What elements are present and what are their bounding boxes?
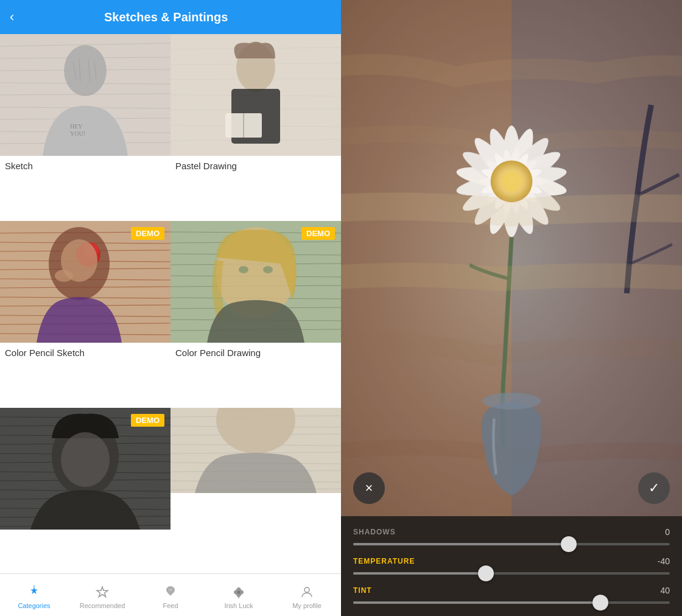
preview-image bbox=[341, 0, 682, 516]
left-panel: ‹ Sketches & Paintings bbox=[0, 0, 341, 616]
tab-categories[interactable]: Categories bbox=[0, 574, 68, 616]
controls-area: SHADOWS 0 TEMPERATURE -40 TINT 40 bbox=[341, 516, 682, 616]
svg-point-76 bbox=[61, 432, 110, 487]
page-title: Sketches & Paintings bbox=[21, 10, 311, 24]
shadows-value: 0 bbox=[665, 527, 670, 537]
shadows-slider-row: SHADOWS 0 bbox=[353, 527, 670, 545]
temperature-track[interactable] bbox=[353, 572, 670, 575]
svg-point-46 bbox=[55, 270, 73, 282]
filter-card-pencil-bottom[interactable] bbox=[170, 408, 341, 573]
svg-point-137 bbox=[501, 171, 522, 192]
tab-categories-label: Categories bbox=[18, 602, 50, 609]
back-button[interactable]: ‹ bbox=[10, 10, 14, 24]
svg-point-59 bbox=[239, 266, 248, 273]
temperature-slider-row: TEMPERATURE -40 bbox=[353, 556, 670, 575]
filter-grid: HEY YOU! Sketch bbox=[0, 34, 341, 573]
tab-my-profile[interactable]: My profile bbox=[273, 574, 341, 616]
temperature-value: -40 bbox=[658, 556, 670, 566]
tint-slider-row: TINT 40 bbox=[353, 586, 670, 604]
tint-value: 40 bbox=[660, 586, 670, 595]
svg-point-88 bbox=[33, 585, 35, 587]
page-header: ‹ Sketches & Paintings bbox=[0, 0, 341, 34]
svg-point-60 bbox=[263, 266, 273, 273]
tab-my-profile-label: My profile bbox=[292, 602, 322, 609]
filter-card-color-pencil-sketch[interactable]: DEMO bbox=[0, 221, 170, 408]
sketch-label: Sketch bbox=[0, 156, 170, 177]
svg-point-89 bbox=[169, 589, 172, 591]
tab-irish-luck-label: Irish Luck bbox=[224, 602, 253, 609]
filter-card-pastel[interactable]: Pastel Drawing bbox=[170, 34, 341, 221]
demo-badge-color-pencil-drawing: DEMO bbox=[301, 227, 335, 240]
confirm-button[interactable]: ✓ bbox=[638, 472, 670, 504]
cancel-button[interactable]: × bbox=[353, 472, 385, 504]
svg-text:HEY: HEY bbox=[70, 123, 83, 130]
tab-bar: Categories Recommended Feed bbox=[0, 573, 341, 616]
right-panel: × ✓ SHADOWS 0 TEMPERATURE -40 bbox=[341, 0, 682, 616]
svg-point-94 bbox=[237, 590, 241, 593]
shadows-label: SHADOWS bbox=[353, 528, 396, 536]
tab-feed[interactable]: Feed bbox=[136, 574, 205, 616]
filter-card-sketch[interactable]: HEY YOU! Sketch bbox=[0, 34, 170, 221]
demo-badge-color-pencil-sketch: DEMO bbox=[131, 227, 164, 240]
svg-point-96 bbox=[304, 587, 309, 592]
tab-recommended[interactable]: Recommended bbox=[68, 574, 136, 616]
filter-card-dark-sketch[interactable]: DEMO bbox=[0, 408, 170, 573]
tint-label: TINT bbox=[353, 586, 372, 595]
color-pencil-sketch-label: Color Pencil Sketch bbox=[0, 343, 170, 364]
tab-feed-label: Feed bbox=[163, 602, 178, 609]
svg-text:YOU!: YOU! bbox=[70, 130, 85, 137]
svg-point-10 bbox=[64, 45, 107, 96]
shadows-track[interactable] bbox=[353, 543, 670, 545]
temperature-label: TEMPERATURE bbox=[353, 557, 415, 565]
filter-card-color-pencil-drawing[interactable]: DEMO bbox=[170, 221, 341, 408]
preview-area: × ✓ bbox=[341, 0, 682, 516]
demo-badge-dark-sketch: DEMO bbox=[131, 414, 164, 427]
tab-irish-luck[interactable]: Irish Luck bbox=[205, 574, 273, 616]
tint-track[interactable] bbox=[353, 601, 670, 604]
svg-point-138 bbox=[482, 393, 541, 410]
pastel-label: Pastel Drawing bbox=[170, 156, 341, 177]
color-pencil-drawing-label: Color Pencil Drawing bbox=[170, 343, 341, 364]
tab-recommended-label: Recommended bbox=[80, 602, 125, 609]
